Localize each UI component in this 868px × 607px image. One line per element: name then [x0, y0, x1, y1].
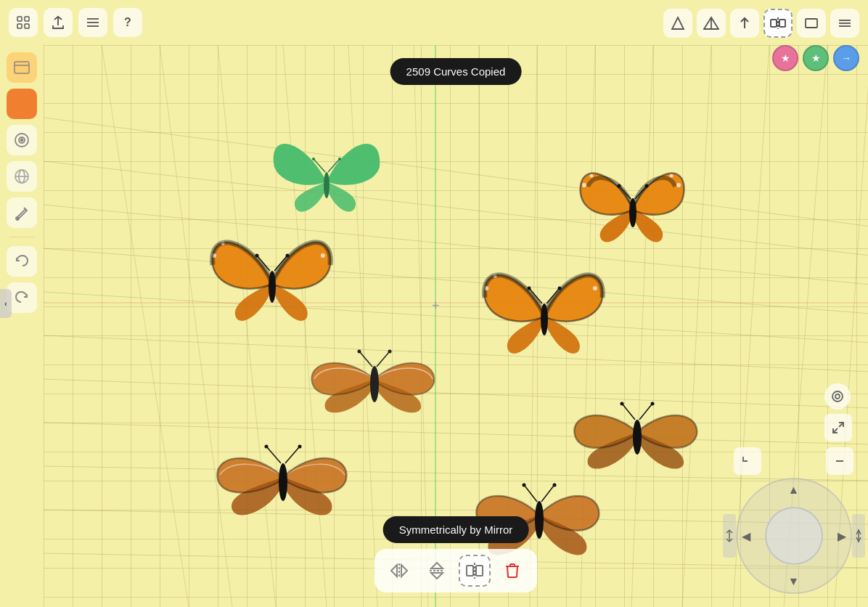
svg-rect-17: [15, 62, 29, 73]
blue-arrow-button[interactable]: →: [833, 45, 859, 71]
color-circle-icon: [13, 95, 30, 113]
svg-rect-1: [25, 17, 29, 21]
arrow-up-button[interactable]: [730, 9, 759, 38]
svg-point-61: [676, 183, 681, 187]
color-button[interactable]: [7, 89, 37, 119]
pink-star-button[interactable]: ★: [772, 45, 798, 71]
triangle-button[interactable]: [663, 9, 692, 38]
bottom-action-bar: [374, 549, 537, 592]
svg-rect-12: [779, 20, 785, 27]
svg-point-88: [388, 350, 392, 354]
svg-rect-107: [467, 566, 473, 576]
bottom-right-icons: [824, 383, 852, 441]
toolbar-left: ?: [9, 8, 142, 37]
svg-point-57: [312, 158, 315, 160]
svg-point-99: [535, 501, 544, 539]
green-star-button[interactable]: ★: [803, 45, 829, 71]
camera-top-buttons: [726, 447, 861, 475]
svg-rect-2: [17, 24, 22, 28]
svg-point-62: [670, 174, 673, 178]
corner-anchor-button[interactable]: [824, 414, 852, 441]
road-button[interactable]: [697, 9, 726, 38]
svg-line-91: [285, 447, 299, 463]
notification-toast: 2509 Curves Copied: [390, 58, 522, 85]
svg-point-54: [324, 172, 329, 198]
delete-button[interactable]: [496, 555, 528, 587]
sidebar-divider: [9, 237, 34, 237]
svg-line-95: [623, 404, 635, 420]
camera-round-button[interactable]: [824, 383, 851, 410]
help-icon: ?: [124, 16, 131, 29]
camera-arrow-right-icon: ▶: [838, 529, 846, 543]
camera-ring[interactable]: ▲ ▼ ◀ ▶: [736, 478, 852, 594]
svg-rect-0: [17, 17, 22, 21]
side-toggle-button[interactable]: ‹: [0, 289, 12, 318]
layers-button[interactable]: [830, 9, 859, 38]
frame-button[interactable]: [797, 9, 826, 38]
svg-line-96: [639, 404, 652, 420]
layer-button[interactable]: [7, 52, 37, 83]
undo-button[interactable]: [7, 246, 37, 277]
target-button[interactable]: [7, 125, 37, 155]
camera-corner-button[interactable]: [734, 447, 761, 475]
top-toolbar: ?: [0, 0, 868, 45]
left-sidebar: [0, 45, 44, 607]
svg-rect-108: [476, 566, 483, 576]
butterfly-bottom-left: [207, 415, 359, 535]
camera-right-button[interactable]: [852, 514, 865, 558]
help-button[interactable]: ?: [113, 8, 142, 37]
svg-line-101: [541, 486, 554, 502]
share-button[interactable]: [44, 8, 73, 37]
butterfly-mid-left: [200, 223, 345, 332]
svg-rect-13: [806, 19, 817, 28]
svg-point-93: [298, 445, 302, 449]
butterfly-mid-right: [472, 256, 617, 364]
svg-point-116: [832, 391, 843, 402]
svg-point-78: [593, 286, 597, 290]
svg-point-117: [835, 394, 840, 399]
menu-button[interactable]: [78, 8, 107, 37]
svg-point-87: [358, 350, 361, 354]
svg-line-90: [267, 447, 281, 463]
camera-control: ▲ ▼ ◀ ▶: [726, 447, 861, 600]
camera-arrow-down-icon: ▼: [788, 575, 800, 588]
green-butterfly: [260, 123, 394, 218]
svg-marker-7: [672, 17, 684, 29]
svg-line-85: [360, 352, 372, 367]
camera-joystick: ▲ ▼ ◀ ▶: [736, 478, 852, 594]
camera-minus-button[interactable]: [826, 447, 853, 475]
svg-point-94: [633, 420, 642, 455]
svg-point-59: [582, 183, 586, 187]
svg-point-58: [338, 158, 341, 160]
chevron-left-icon: ‹: [4, 300, 7, 308]
svg-point-92: [265, 445, 269, 449]
svg-point-103: [553, 484, 557, 487]
svg-point-82: [528, 287, 531, 290]
svg-line-100: [525, 486, 537, 502]
bottom-tooltip: Symmetrically by Mirror: [383, 516, 529, 543]
brush-button[interactable]: [7, 197, 37, 228]
camera-arrow-left-icon: ◀: [742, 529, 750, 543]
svg-line-86: [377, 352, 389, 367]
bottom-tooltip-text: Symmetrically by Mirror: [399, 524, 513, 536]
camera-center[interactable]: [765, 507, 823, 565]
svg-point-102: [523, 484, 526, 487]
globe-button[interactable]: [7, 161, 37, 192]
svg-point-98: [651, 402, 655, 406]
camera-arrow-up-icon: ▲: [788, 484, 800, 497]
flip-horizontal-button[interactable]: [383, 555, 415, 587]
svg-point-74: [255, 254, 259, 258]
svg-point-70: [321, 253, 325, 258]
camera-left-button[interactable]: [723, 514, 736, 558]
canvas-area[interactable]: + 2509 Curves Copied: [44, 45, 868, 607]
notification-text: 2509 Curves Copied: [406, 65, 506, 78]
svg-rect-3: [25, 24, 29, 28]
svg-point-25: [16, 217, 19, 220]
svg-point-21: [21, 139, 23, 142]
svg-rect-11: [771, 20, 777, 27]
mirror-button[interactable]: [763, 9, 793, 38]
mirror-symmetry-button[interactable]: [459, 555, 491, 587]
flip-vertical-button[interactable]: [421, 555, 453, 587]
butterfly-top-right: [566, 158, 700, 252]
grid-button[interactable]: [9, 8, 38, 37]
